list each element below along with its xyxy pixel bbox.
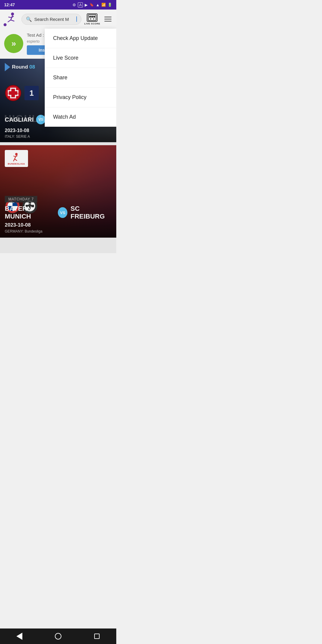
dropdown-item-privacy-policy[interactable]: Privacy Policy — [45, 88, 116, 107]
dropdown-item-share[interactable]: Share — [45, 68, 116, 88]
dropdown-item-watch-ad[interactable]: Watch Ad — [45, 107, 116, 127]
dropdown-menu: Check App Update Live Score Share Privac… — [45, 29, 116, 127]
dropdown-item-check-app-update[interactable]: Check App Update — [45, 29, 116, 48]
dropdown-item-live-score[interactable]: Live Score — [45, 48, 116, 68]
